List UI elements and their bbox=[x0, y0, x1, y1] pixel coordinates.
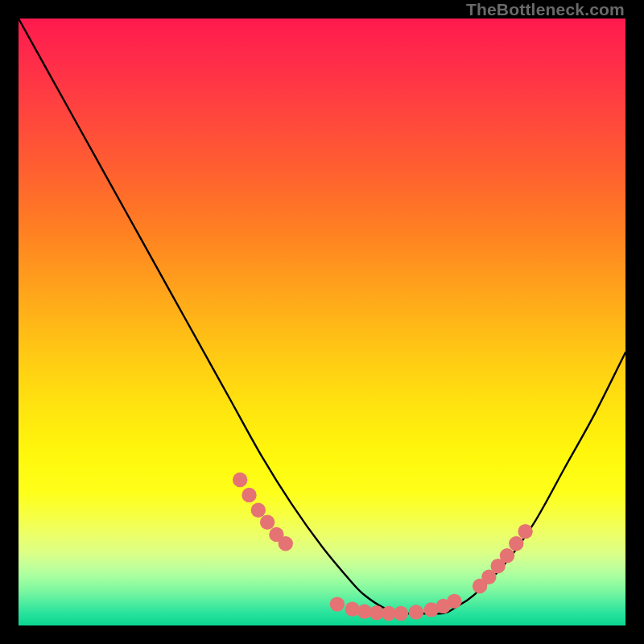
data-point bbox=[233, 473, 247, 487]
data-point bbox=[518, 524, 532, 539]
watermark-text: TheBottleneck.com bbox=[466, 0, 625, 19]
data-point bbox=[242, 488, 256, 502]
data-point bbox=[260, 515, 275, 530]
curve-layer bbox=[19, 19, 625, 613]
data-point bbox=[500, 548, 514, 563]
chart-stage: TheBottleneck.com bbox=[0, 0, 644, 644]
data-point bbox=[251, 503, 266, 518]
data-point bbox=[409, 605, 423, 619]
data-point bbox=[330, 597, 345, 611]
chart-svg bbox=[19, 19, 625, 625]
data-point bbox=[279, 536, 293, 551]
data-point bbox=[394, 606, 408, 621]
dots-layer bbox=[233, 473, 533, 621]
data-point bbox=[509, 536, 523, 551]
bottleneck-curve bbox=[19, 19, 625, 613]
data-point bbox=[447, 594, 461, 609]
